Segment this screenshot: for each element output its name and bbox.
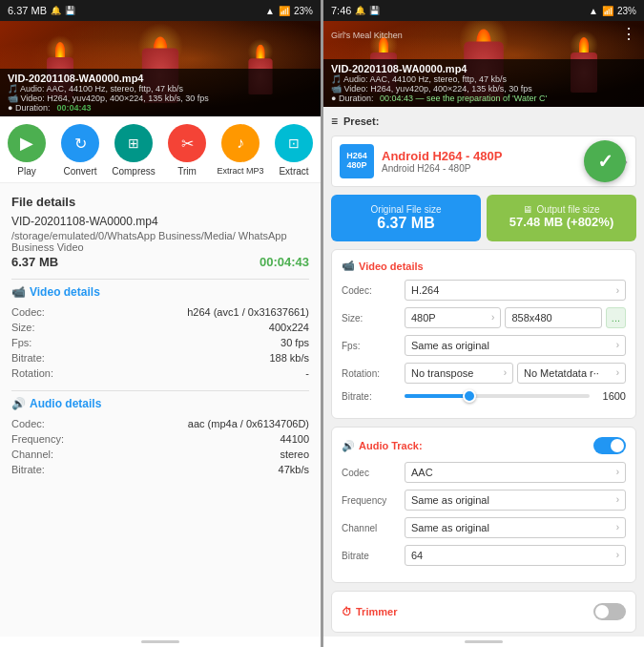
audio-freq-value: 44100 xyxy=(280,433,309,445)
trimmer-section-card: ⏱ Trimmer xyxy=(331,591,636,633)
right-duration-value: 00:04:43 — see the preparation of 'Water… xyxy=(380,94,547,103)
trimmer-row: ⏱ Trimmer xyxy=(342,599,626,624)
audio-toggle[interactable] xyxy=(593,437,626,454)
extract-tool[interactable]: ⊡ Extract xyxy=(267,124,321,177)
preset-card[interactable]: H264 480P Android H264 - 480P Android H2… xyxy=(331,136,636,187)
original-size-value: 6.37 MB xyxy=(337,215,475,232)
preset-label: Preset: xyxy=(343,115,379,127)
audio-codec-input[interactable]: AAC › xyxy=(405,462,626,483)
trim-tool[interactable]: ✂ Trim xyxy=(160,124,214,177)
audio-bitrate-form-row: Bitrate 64 › xyxy=(342,545,626,566)
video-size-resolution[interactable]: 858x480 xyxy=(505,307,601,328)
video-rotation-form-label: Rotation: xyxy=(342,368,399,379)
output-size-button[interactable]: 🖥 Output file size 57.48 MB (+802%) xyxy=(487,195,636,241)
sd-icon: 💾 xyxy=(65,6,75,15)
speaker-icon-2: 🔊 xyxy=(342,440,355,452)
right-hero-filename: VID-20201108-WA0000.mp4 xyxy=(331,63,636,74)
video-cam-icon: 📹 xyxy=(342,260,355,272)
video-rotation-form-row: Rotation: No transpose › No Metatdata r·… xyxy=(342,363,626,384)
right-phone-panel: 7:46 🔔 💾 ▲ 📶 23% xyxy=(321,0,644,647)
left-content: File details VID-20201108-WA0000.mp4 /st… xyxy=(0,183,321,637)
left-toolbar: ▶ Play ↻ Convert ⊞ Compress ✂ Trim ♪ Ext… xyxy=(0,116,321,183)
right-hero-video: 📹 Video: H264, yuv420p, 400×224, 135 kb/… xyxy=(331,84,636,94)
preset-row: ≡ Preset: xyxy=(331,115,636,128)
audio-channel-input[interactable]: Same as original › xyxy=(405,517,626,538)
bitrate-slider-track[interactable] xyxy=(405,394,590,398)
video-size-value: 400x224 xyxy=(269,322,309,333)
rotation2-chevron-icon: › xyxy=(616,367,619,379)
bitrate-slider-value: 1600 xyxy=(595,390,626,402)
audio-freq-input[interactable]: Same as original › xyxy=(405,490,626,511)
video-size-row: Size: 400x224 xyxy=(11,320,309,335)
audio-bitrate-label: Bitrate: xyxy=(11,464,45,475)
audio-bitrate-form-label: Bitrate xyxy=(342,551,399,561)
audio-section-card: 🔊 Audio Track: Codec AAC › Frequency Sam… xyxy=(331,427,636,583)
extract-mp3-icon: ♪ xyxy=(221,124,260,162)
audio-freq-form-label: Frequency xyxy=(342,495,399,506)
fab-checkmark-icon: ✓ xyxy=(597,150,613,173)
audio-channel-label: Channel: xyxy=(11,449,53,460)
left-phone-panel: 6.37 MB 🔔 💾 ▲ 📶 23% xyxy=(0,0,321,647)
preset-icon-list: ≡ xyxy=(331,115,338,128)
video-codec-label: Codec: xyxy=(11,306,45,318)
left-time: 6.37 MB xyxy=(8,5,47,16)
trimmer-toggle[interactable] xyxy=(593,603,626,620)
audio-codec-row: Codec: aac (mp4a / 0x6134706D) xyxy=(11,416,309,431)
compress-tool[interactable]: ⊞ Compress xyxy=(107,124,160,177)
right-notification-icon: 🔔 xyxy=(355,6,365,15)
wifi-icon: ▲ xyxy=(265,6,275,16)
audio-bitrate-input[interactable]: 64 › xyxy=(405,545,626,566)
play-icon: ▶ xyxy=(8,124,46,162)
preset-name: Android H264 - 480P xyxy=(382,149,502,163)
fab-confirm-button[interactable]: ✓ xyxy=(584,140,626,182)
right-duration-label: ● Duration: xyxy=(331,94,373,103)
video-fps-form-label: Fps: xyxy=(342,341,399,351)
right-file-info-bar: VID-20201108-WA0000.mp4 🎵 Audio: AAC, 44… xyxy=(323,59,644,107)
extract-mp3-tool[interactable]: ♪ Extract MP3 xyxy=(214,124,267,177)
menu-dots[interactable]: ⋮ xyxy=(621,25,636,43)
audio-bitrate-chevron-icon: › xyxy=(616,550,619,561)
clock-icon: ⏱ xyxy=(342,606,352,617)
speaker-icon: 🔊 xyxy=(11,397,26,410)
video-size-form-label: Size: xyxy=(342,313,399,324)
battery-text-left: 23% xyxy=(294,6,313,16)
original-size-button[interactable]: Original File size 6.37 MB xyxy=(331,195,481,241)
extract-mp3-label: Extract MP3 xyxy=(217,166,263,176)
file-duration: 00:04:43 xyxy=(260,255,309,269)
video-rotation-metadata[interactable]: No Metatdata r·· › xyxy=(517,363,626,384)
video-fps-input[interactable]: Same as original › xyxy=(405,335,626,356)
video-rotation-row: Rotation: - xyxy=(11,365,309,381)
audio-channel-chevron-icon: › xyxy=(616,522,619,533)
video-size-form-row: Size: 480P › 858x480 ... xyxy=(342,307,626,328)
rotation1-chevron-icon: › xyxy=(504,367,507,379)
video-size-preset[interactable]: 480P › xyxy=(405,307,501,328)
audio-channel-form-label: Channel xyxy=(342,523,399,533)
right-sd-icon: 💾 xyxy=(369,6,380,15)
convert-tool[interactable]: ↻ Convert xyxy=(53,124,107,177)
left-status-bar: 6.37 MB 🔔 💾 ▲ 📶 23% xyxy=(0,0,321,21)
hero-video-meta: 📹 Video: H264, yuv420p, 400×224, 135 kb/… xyxy=(8,94,313,103)
preset-icon: H264 480P xyxy=(340,144,374,178)
video-rotation-transpose[interactable]: No transpose › xyxy=(405,363,513,384)
file-info-bar: VID-20201108-WA0000.mp4 🎵 Audio: AAC, 44… xyxy=(0,69,321,116)
video-bitrate-value: 188 kb/s xyxy=(269,352,309,364)
app-name-bar: Girl's Meal Kitchen xyxy=(331,25,615,42)
video-fps-row: Fps: 30 fps xyxy=(11,335,309,350)
video-camera-icon: 📹 xyxy=(11,285,26,299)
right-scroll-indicator xyxy=(465,640,503,643)
convert-content: ≡ Preset: H264 480P Android H264 - 480P … xyxy=(323,107,644,637)
video-details-title: 📹 Video details xyxy=(11,285,309,299)
video-section-title: 📹 Video details xyxy=(342,260,626,272)
video-codec-value: h264 (avc1 / 0x31637661) xyxy=(187,306,309,318)
bitrate-slider-row: Bitrate: 1600 xyxy=(342,390,626,402)
audio-codec-form-label: Codec xyxy=(342,468,399,478)
audio-channel-value: stereo xyxy=(280,449,309,460)
audio-details-title: 🔊 Audio details xyxy=(11,397,309,410)
audio-channel-form-row: Channel Same as original › xyxy=(342,517,626,538)
video-size-more-button[interactable]: ... xyxy=(606,307,626,328)
video-codec-input[interactable]: H.264 › xyxy=(405,280,626,301)
play-tool[interactable]: ▶ Play xyxy=(0,124,53,177)
right-wifi-icon: ▲ xyxy=(589,6,598,16)
video-size-label: Size: xyxy=(11,322,34,333)
compress-label: Compress xyxy=(112,166,156,177)
